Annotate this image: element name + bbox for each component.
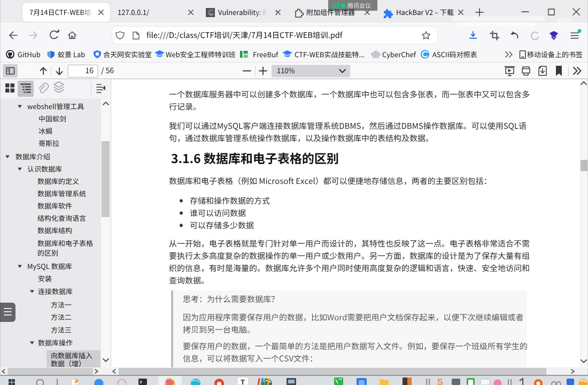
svg-text:S: S [437,378,443,385]
svg-text:T: T [241,378,245,385]
